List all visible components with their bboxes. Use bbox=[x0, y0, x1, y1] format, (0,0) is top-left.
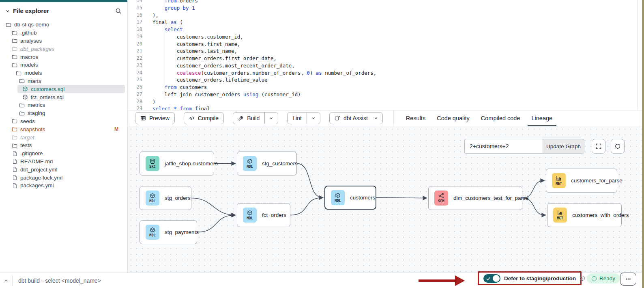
file-explorer-header: File explorer bbox=[0, 2, 127, 17]
tree-item-readme-md[interactable]: README.md bbox=[0, 158, 127, 166]
tree-item-marts[interactable]: marts bbox=[0, 77, 127, 85]
lineage-node-customers-for-parse[interactable]: METcustomers_for_parse bbox=[546, 169, 617, 193]
line-number: 27 bbox=[128, 91, 142, 98]
update-graph-button[interactable]: Update Graph bbox=[543, 139, 584, 154]
node-label: customers_with_orders bbox=[572, 212, 629, 218]
tree-item-fct-orders-sql[interactable]: fct_orders.sql bbox=[0, 93, 127, 101]
folder-icon bbox=[12, 126, 17, 132]
lineage-node-dim-customers-test-for-parse[interactable]: SEMdim_customers_test_for_parse bbox=[428, 186, 522, 210]
lineage-node-fct-orders[interactable]: MDLfct_orders bbox=[237, 203, 290, 227]
node-badge-src: SRC bbox=[146, 156, 159, 171]
help-icon[interactable] bbox=[580, 275, 585, 281]
more-options-button[interactable] bbox=[620, 273, 636, 286]
defer-label: Defer to staging/production bbox=[504, 275, 576, 282]
code-line-16: 16), bbox=[128, 12, 644, 19]
annotation-arrow bbox=[419, 275, 465, 286]
screen-edge-artifact bbox=[642, 0, 644, 288]
lint-label: Lint bbox=[292, 115, 302, 121]
defer-toggle[interactable] bbox=[483, 274, 500, 283]
tree-item-label: metrics bbox=[28, 102, 45, 108]
tree-item-packages-yml[interactable]: packages.yml bbox=[0, 182, 127, 190]
tree-item-label: packages.yml bbox=[20, 182, 54, 188]
code-line-20: 20 customers.first_name, bbox=[128, 41, 644, 48]
tree-item-snapshots[interactable]: snapshotsM bbox=[0, 125, 127, 133]
code-text: select bbox=[152, 26, 183, 33]
code-text: coalesce(customer_orders.number_of_order… bbox=[152, 69, 376, 77]
tree-item-metrics[interactable]: metrics bbox=[0, 101, 127, 109]
folder-icon bbox=[19, 102, 25, 108]
dbt-assist-button[interactable]: dbt Assist bbox=[329, 112, 383, 124]
tree-item-label: seeds bbox=[20, 118, 35, 124]
fullscreen-button[interactable] bbox=[592, 139, 605, 154]
preview-label: Preview bbox=[149, 115, 170, 121]
tree-item-staging[interactable]: staging bbox=[0, 109, 127, 117]
code-line-17: 17final as ( bbox=[128, 19, 644, 26]
lineage-node-stg-payments[interactable]: MDLstg_payments bbox=[140, 220, 197, 244]
toolbar-divider bbox=[393, 110, 394, 126]
node-label: customers_for_parse bbox=[571, 178, 623, 184]
lint-dropdown[interactable] bbox=[307, 113, 320, 124]
file-tree: db-sl-qs-demo.githubanalysesdbt_packages… bbox=[0, 21, 127, 190]
file-icon bbox=[12, 158, 17, 164]
tree-item-seeds[interactable]: seeds bbox=[0, 117, 127, 126]
node-badge-mdl: MDL bbox=[243, 156, 257, 171]
tree-item-label: models bbox=[24, 70, 42, 76]
tree-item-label: customers.sql bbox=[31, 86, 64, 92]
main-panel: 14 from orders15 group by 116),17final a… bbox=[128, 0, 644, 273]
ready-label: Ready bbox=[599, 275, 615, 282]
lint-button[interactable]: Lint bbox=[288, 113, 307, 124]
lineage-node-stg-orders[interactable]: MDLstg_orders bbox=[140, 186, 191, 210]
refresh-button[interactable] bbox=[611, 139, 625, 154]
tree-item-label: analyses bbox=[20, 38, 42, 44]
tree-item-db-sl-qs-demo[interactable]: db-sl-qs-demo bbox=[0, 21, 127, 29]
tree-item-target[interactable]: target bbox=[0, 133, 127, 141]
preview-button[interactable]: Preview bbox=[135, 112, 175, 124]
build-dropdown[interactable] bbox=[264, 113, 278, 124]
node-label: stg_payments bbox=[165, 229, 199, 235]
folder-icon bbox=[19, 110, 25, 116]
tree-item-macros[interactable]: macros bbox=[0, 53, 127, 61]
tab-compiled-code[interactable]: Compiled code bbox=[475, 110, 526, 126]
folder-icon bbox=[12, 46, 17, 52]
file-explorer-title: File explorer bbox=[13, 7, 49, 14]
table-icon bbox=[140, 115, 146, 121]
code-text: customer_orders.first_order_date, bbox=[152, 55, 277, 62]
code-text: group by 1 bbox=[152, 4, 195, 12]
tree-item-customers-sql[interactable]: customers.sql bbox=[0, 85, 127, 93]
line-number: 21 bbox=[128, 48, 142, 55]
tree-item-tests[interactable]: tests bbox=[0, 141, 127, 149]
lineage-node-customers[interactable]: MDLcustomers bbox=[324, 186, 376, 210]
tree-item-label: README.md bbox=[20, 158, 53, 165]
tree-item-dbt-packages[interactable]: dbt_packages bbox=[0, 45, 127, 53]
tree-item-dbt-project-yml[interactable]: dbt_project.yml bbox=[0, 165, 127, 173]
code-editor[interactable]: 14 from orders15 group by 116),17final a… bbox=[128, 0, 644, 110]
lineage-node-stg-customers[interactable]: MDLstg_customers bbox=[237, 152, 297, 175]
compile-button[interactable]: Compile bbox=[184, 112, 224, 124]
refresh-icon bbox=[614, 143, 621, 149]
tab-lineage[interactable]: Lineage bbox=[526, 110, 558, 126]
tree-item--gitignore[interactable]: .gitignore bbox=[0, 149, 127, 158]
graph-selector-input[interactable] bbox=[464, 139, 543, 154]
tree-item-package-lock-yml[interactable]: package-lock.yml bbox=[0, 173, 127, 182]
build-button[interactable]: Build bbox=[233, 113, 264, 124]
edge-stgcust-to-cust bbox=[297, 164, 323, 198]
command-bar-expand-button[interactable] bbox=[0, 278, 12, 284]
search-icon[interactable] bbox=[115, 8, 122, 14]
node-badge-mdl: MDL bbox=[146, 225, 159, 240]
lineage-node-customers-with-orders[interactable]: METcustomers_with_orders bbox=[547, 203, 622, 227]
tree-item-label: macros bbox=[20, 54, 38, 60]
lineage-node-jaffle-shop-customers[interactable]: SRCjaffle_shop.customers bbox=[140, 152, 214, 175]
node-label: stg_customers bbox=[262, 160, 298, 167]
code-line-29: 29select * from final bbox=[128, 105, 644, 110]
node-badge-mdl: MDL bbox=[146, 191, 159, 206]
tree-item--github[interactable]: .github bbox=[0, 29, 127, 37]
edge-stgord-to-fctord bbox=[191, 198, 235, 215]
chevron-down-icon[interactable] bbox=[5, 8, 11, 14]
tree-item-analyses[interactable]: analyses bbox=[0, 37, 127, 45]
tree-item-models[interactable]: models bbox=[0, 69, 127, 77]
line-number: 15 bbox=[128, 4, 142, 12]
tree-item-models[interactable]: models bbox=[0, 61, 127, 69]
tab-code-quality[interactable]: Code quality bbox=[431, 110, 475, 126]
tab-results[interactable]: Results bbox=[400, 110, 431, 126]
modified-badge: M bbox=[114, 126, 118, 132]
